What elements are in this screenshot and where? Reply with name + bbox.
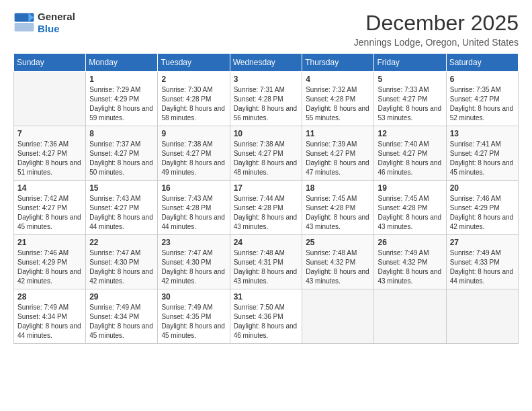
day-info: Sunrise: 7:43 AMSunset: 4:27 PMDaylight:…: [89, 194, 154, 232]
calendar-cell: 19Sunrise: 7:45 AMSunset: 4:28 PMDayligh…: [374, 181, 446, 235]
calendar-week-row: 28Sunrise: 7:49 AMSunset: 4:34 PMDayligh…: [14, 289, 519, 344]
calendar-cell: 11Sunrise: 7:39 AMSunset: 4:27 PMDayligh…: [302, 126, 374, 181]
day-number: 20: [450, 183, 515, 193]
day-info: Sunrise: 7:38 AMSunset: 4:27 PMDaylight:…: [161, 140, 226, 177]
calendar-cell: 26Sunrise: 7:49 AMSunset: 4:32 PMDayligh…: [374, 235, 446, 289]
day-number: 13: [450, 129, 515, 138]
day-info: Sunrise: 7:49 AMSunset: 4:35 PMDaylight:…: [161, 303, 226, 340]
header-sunday: Sunday: [14, 54, 86, 72]
logo-icon: [13, 12, 35, 34]
calendar-cell: 9Sunrise: 7:38 AMSunset: 4:27 PMDaylight…: [158, 126, 230, 181]
calendar-cell: 7Sunrise: 7:36 AMSunset: 4:27 PMDaylight…: [14, 126, 86, 181]
day-number: 15: [89, 183, 154, 193]
day-info: Sunrise: 7:45 AMSunset: 4:28 PMDaylight:…: [378, 194, 442, 232]
day-info: Sunrise: 7:50 AMSunset: 4:36 PMDaylight:…: [234, 303, 299, 340]
day-number: 14: [17, 183, 82, 193]
day-info: Sunrise: 7:41 AMSunset: 4:27 PMDaylight:…: [450, 140, 515, 177]
day-number: 12: [378, 129, 442, 138]
calendar-cell: 20Sunrise: 7:46 AMSunset: 4:29 PMDayligh…: [446, 181, 518, 235]
calendar-cell: 28Sunrise: 7:49 AMSunset: 4:34 PMDayligh…: [14, 289, 86, 344]
day-number: 21: [17, 238, 82, 247]
calendar-cell: 15Sunrise: 7:43 AMSunset: 4:27 PMDayligh…: [86, 181, 158, 235]
calendar-cell: 2Sunrise: 7:30 AMSunset: 4:28 PMDaylight…: [158, 72, 230, 126]
day-number: 25: [306, 238, 370, 247]
day-number: 5: [378, 75, 442, 84]
day-info: Sunrise: 7:48 AMSunset: 4:31 PMDaylight:…: [234, 248, 299, 286]
day-info: Sunrise: 7:39 AMSunset: 4:27 PMDaylight:…: [306, 140, 370, 177]
calendar-cell: 21Sunrise: 7:46 AMSunset: 4:29 PMDayligh…: [14, 235, 86, 289]
header-monday: Monday: [86, 54, 158, 72]
day-number: 18: [306, 183, 370, 193]
calendar-cell: 5Sunrise: 7:33 AMSunset: 4:27 PMDaylight…: [374, 72, 446, 126]
calendar-cell: 17Sunrise: 7:44 AMSunset: 4:28 PMDayligh…: [230, 181, 302, 235]
day-info: Sunrise: 7:49 AMSunset: 4:32 PMDaylight:…: [378, 248, 442, 286]
day-number: 31: [234, 292, 299, 302]
day-number: 7: [17, 129, 82, 138]
logo-text: General Blue: [38, 11, 75, 35]
calendar-cell: 14Sunrise: 7:42 AMSunset: 4:27 PMDayligh…: [14, 181, 86, 235]
day-info: Sunrise: 7:43 AMSunset: 4:28 PMDaylight:…: [161, 194, 226, 232]
calendar-cell: [302, 289, 374, 344]
calendar-cell: 6Sunrise: 7:35 AMSunset: 4:27 PMDaylight…: [446, 72, 518, 126]
calendar-cell: 30Sunrise: 7:49 AMSunset: 4:35 PMDayligh…: [158, 289, 230, 344]
day-number: 4: [306, 75, 370, 84]
day-info: Sunrise: 7:37 AMSunset: 4:27 PMDaylight:…: [89, 140, 154, 177]
day-number: 9: [161, 129, 226, 138]
day-number: 11: [306, 129, 370, 138]
calendar-cell: 4Sunrise: 7:32 AMSunset: 4:28 PMDaylight…: [302, 72, 374, 126]
calendar-cell: 13Sunrise: 7:41 AMSunset: 4:27 PMDayligh…: [446, 126, 518, 181]
day-number: 22: [89, 238, 154, 247]
calendar-cell: 12Sunrise: 7:40 AMSunset: 4:27 PMDayligh…: [374, 126, 446, 181]
day-number: 6: [450, 75, 515, 84]
calendar-cell: 10Sunrise: 7:38 AMSunset: 4:27 PMDayligh…: [230, 126, 302, 181]
day-number: 17: [234, 183, 299, 193]
day-info: Sunrise: 7:47 AMSunset: 4:30 PMDaylight:…: [89, 248, 154, 286]
calendar-cell: 31Sunrise: 7:50 AMSunset: 4:36 PMDayligh…: [230, 289, 302, 344]
day-number: 19: [378, 183, 442, 193]
header-friday: Friday: [374, 54, 446, 72]
calendar-table: SundayMondayTuesdayWednesdayThursdayFrid…: [13, 53, 519, 344]
calendar-week-row: 7Sunrise: 7:36 AMSunset: 4:27 PMDaylight…: [14, 126, 519, 181]
title-section: December 2025 Jennings Lodge, Oregon, Un…: [354, 11, 519, 48]
day-number: 28: [17, 292, 82, 302]
header-tuesday: Tuesday: [158, 54, 230, 72]
day-info: Sunrise: 7:49 AMSunset: 4:33 PMDaylight:…: [450, 248, 515, 286]
day-info: Sunrise: 7:44 AMSunset: 4:28 PMDaylight:…: [234, 194, 299, 232]
calendar-cell: 25Sunrise: 7:48 AMSunset: 4:32 PMDayligh…: [302, 235, 374, 289]
day-number: 1: [89, 75, 154, 84]
day-info: Sunrise: 7:40 AMSunset: 4:27 PMDaylight:…: [378, 140, 442, 177]
calendar-cell: 8Sunrise: 7:37 AMSunset: 4:27 PMDaylight…: [86, 126, 158, 181]
day-number: 26: [378, 238, 442, 247]
calendar-cell: 3Sunrise: 7:31 AMSunset: 4:28 PMDaylight…: [230, 72, 302, 126]
calendar-cell: 24Sunrise: 7:48 AMSunset: 4:31 PMDayligh…: [230, 235, 302, 289]
day-number: 16: [161, 183, 226, 193]
calendar-cell: 22Sunrise: 7:47 AMSunset: 4:30 PMDayligh…: [86, 235, 158, 289]
calendar-cell: 1Sunrise: 7:29 AMSunset: 4:29 PMDaylight…: [86, 72, 158, 126]
day-info: Sunrise: 7:45 AMSunset: 4:28 PMDaylight:…: [306, 194, 370, 232]
header-saturday: Saturday: [446, 54, 518, 72]
day-info: Sunrise: 7:42 AMSunset: 4:27 PMDaylight:…: [17, 194, 82, 232]
page-header: General Blue December 2025 Jennings Lodg…: [13, 11, 519, 48]
day-info: Sunrise: 7:49 AMSunset: 4:34 PMDaylight:…: [17, 303, 82, 340]
day-number: 2: [161, 75, 226, 84]
calendar-cell: 18Sunrise: 7:45 AMSunset: 4:28 PMDayligh…: [302, 181, 374, 235]
day-number: 29: [89, 292, 154, 302]
day-info: Sunrise: 7:29 AMSunset: 4:29 PMDaylight:…: [89, 85, 154, 123]
day-number: 10: [234, 129, 299, 138]
calendar-cell: 23Sunrise: 7:47 AMSunset: 4:30 PMDayligh…: [158, 235, 230, 289]
day-number: 27: [450, 238, 515, 247]
day-info: Sunrise: 7:33 AMSunset: 4:27 PMDaylight:…: [378, 85, 442, 123]
day-info: Sunrise: 7:30 AMSunset: 4:28 PMDaylight:…: [161, 85, 226, 123]
calendar-cell: [14, 72, 86, 126]
calendar-week-row: 21Sunrise: 7:46 AMSunset: 4:29 PMDayligh…: [14, 235, 519, 289]
day-number: 30: [161, 292, 226, 302]
calendar-cell: 27Sunrise: 7:49 AMSunset: 4:33 PMDayligh…: [446, 235, 518, 289]
day-info: Sunrise: 7:47 AMSunset: 4:30 PMDaylight:…: [161, 248, 226, 286]
day-number: 3: [234, 75, 299, 84]
calendar-week-row: 14Sunrise: 7:42 AMSunset: 4:27 PMDayligh…: [14, 181, 519, 235]
header-thursday: Thursday: [302, 54, 374, 72]
day-info: Sunrise: 7:38 AMSunset: 4:27 PMDaylight:…: [234, 140, 299, 177]
day-number: 24: [234, 238, 299, 247]
calendar-header-row: SundayMondayTuesdayWednesdayThursdayFrid…: [14, 54, 519, 72]
svg-rect-1: [15, 23, 34, 32]
